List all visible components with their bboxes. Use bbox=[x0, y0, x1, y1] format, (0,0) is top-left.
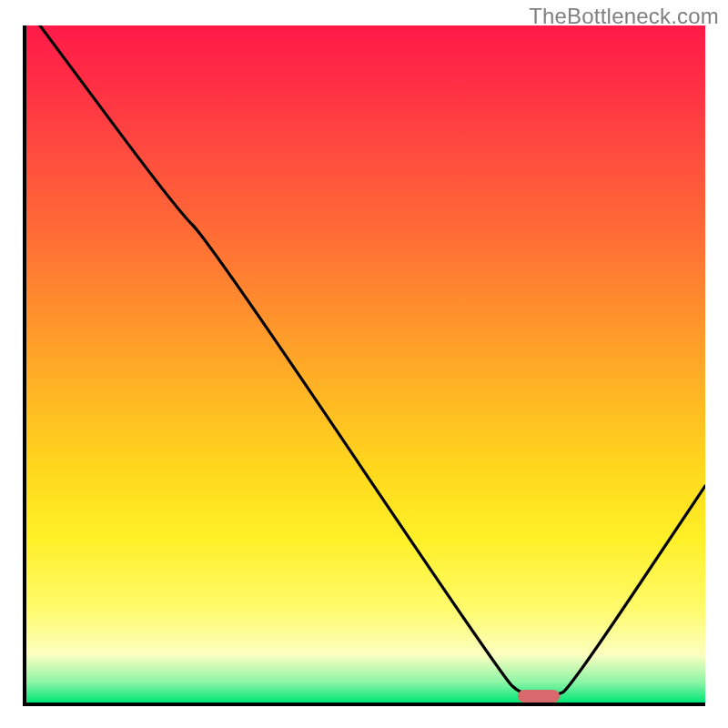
bottleneck-curve bbox=[26, 25, 705, 703]
watermark-text: TheBottleneck.com bbox=[529, 4, 719, 29]
plot-area bbox=[23, 25, 705, 706]
chart-container: TheBottleneck.com bbox=[0, 0, 728, 728]
optimum-marker bbox=[518, 690, 560, 703]
